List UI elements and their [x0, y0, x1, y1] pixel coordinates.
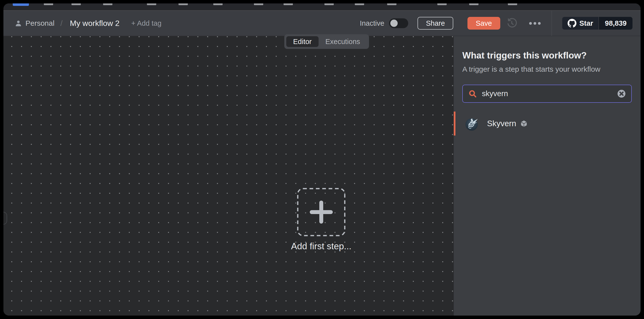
header-actions: Inactive Share Save — [360, 10, 632, 36]
browser-tab-fragment — [44, 3, 53, 5]
github-star-count[interactable]: 98,839 — [598, 17, 632, 29]
search-icon — [468, 89, 477, 98]
more-options-icon[interactable] — [529, 22, 541, 25]
browser-tab-fragment — [324, 3, 334, 5]
toggle-knob — [390, 19, 398, 27]
workspace-label[interactable]: Personal — [26, 19, 54, 27]
browser-tab-fragment — [213, 3, 222, 5]
sidebar-expand-handle[interactable] — [4, 212, 7, 225]
workflow-status-label: Inactive — [360, 19, 384, 27]
result-hover-indicator — [454, 112, 456, 136]
workflow-name[interactable]: My workflow 2 — [70, 19, 120, 28]
share-button[interactable]: Share — [418, 17, 453, 29]
workflow-history-icon[interactable] — [506, 18, 518, 29]
header-divider — [552, 10, 552, 36]
browser-tab-strip — [4, 3, 640, 11]
trigger-panel: What triggers this workflow? A trigger i… — [454, 36, 640, 316]
github-star-label: Star — [579, 19, 593, 27]
clear-search-icon[interactable] — [617, 89, 626, 98]
browser-tab-fragment — [72, 3, 81, 5]
browser-tab-fragment — [387, 3, 396, 5]
github-icon — [568, 19, 576, 28]
workspace-crumb[interactable]: Personal — [15, 19, 54, 27]
main-area: Add first step... Editor Executions What… — [4, 36, 640, 316]
workflow-header: Personal / My workflow 2 + Add tag Inact… — [4, 11, 640, 36]
browser-tab-fragment — [178, 3, 188, 5]
community-package-icon — [520, 120, 528, 127]
browser-tab-fragment — [508, 3, 517, 5]
view-tabs: Editor Executions — [284, 34, 369, 49]
browser-tab-fragment — [469, 3, 478, 5]
tab-executions[interactable]: Executions — [318, 36, 367, 47]
panel-title: What triggers this workflow? — [462, 50, 632, 61]
add-first-step-label[interactable]: Add first step... — [260, 241, 382, 252]
search-result-skyvern[interactable]: Skyvern — [454, 112, 640, 136]
browser-tab-fragment — [147, 3, 156, 5]
user-icon — [15, 19, 22, 27]
tab-editor[interactable]: Editor — [286, 36, 318, 47]
github-star-section[interactable]: Star — [562, 17, 598, 29]
github-star-button[interactable]: Star 98,839 — [562, 17, 632, 29]
browser-tab-fragment — [284, 3, 293, 5]
search-input[interactable] — [482, 89, 612, 98]
browser-tab-fragment — [254, 3, 263, 5]
screenshot-stage: Personal / My workflow 2 + Add tag Inact… — [0, 0, 644, 319]
add-tag-button[interactable]: + Add tag — [131, 19, 161, 27]
node-search-box — [462, 85, 632, 103]
app-window: Personal / My workflow 2 + Add tag Inact… — [4, 3, 640, 316]
panel-subtitle: A trigger is a step that starts your wor… — [462, 65, 632, 73]
add-first-step-button[interactable] — [297, 188, 346, 236]
browser-tab-fragment — [355, 3, 364, 5]
breadcrumb: Personal / My workflow 2 + Add tag — [15, 19, 161, 28]
browser-tab-fragment — [437, 3, 447, 5]
active-toggle[interactable] — [389, 18, 408, 28]
browser-tab-fragment — [103, 3, 112, 5]
browser-active-tab-fragment — [13, 3, 29, 6]
workflow-canvas[interactable]: Add first step... — [4, 36, 454, 316]
breadcrumb-separator: / — [60, 19, 62, 28]
result-name: Skyvern — [487, 119, 516, 128]
skyvern-logo — [464, 116, 479, 131]
save-button[interactable]: Save — [468, 17, 500, 29]
plus-icon — [312, 203, 331, 222]
